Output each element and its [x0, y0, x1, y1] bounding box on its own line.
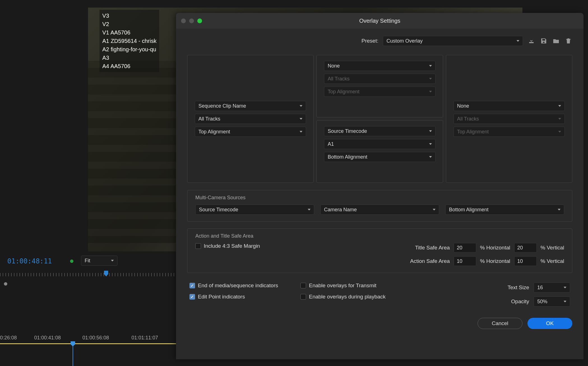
transmit-checkbox-row[interactable]: Enable overlays for Transmit — [300, 282, 386, 289]
tc-tracks-dropdown: All Tracks — [324, 74, 435, 84]
ok-button[interactable]: OK — [527, 318, 572, 329]
pct-v-label-2: % Vertical — [541, 258, 564, 264]
track-a2: A2 fighting-for-you-qu — [102, 45, 156, 54]
pct-h-label-2: % Horizontal — [480, 258, 510, 264]
title-safe-h-input[interactable] — [454, 243, 476, 253]
include-43-label: Include 4:3 Safe Margin — [204, 243, 260, 249]
window-close-button[interactable] — [181, 18, 186, 23]
include-43-checkbox[interactable] — [195, 243, 201, 249]
window-minimize-button[interactable] — [189, 18, 194, 23]
track-info-overlay: V3 V2 V1 AA5706 A1 ZD595614 - chrisk A2 … — [99, 10, 159, 72]
playback-checkbox[interactable] — [300, 294, 306, 300]
bottom-options: End of media/sequence indicators Edit Po… — [187, 280, 572, 309]
tl-align-dropdown[interactable]: Top Alignment — [195, 127, 306, 137]
track-a3: A3 — [102, 54, 156, 62]
playback-checkbox-row[interactable]: Enable overlays during playback — [300, 294, 386, 300]
overlay-top-left: Sequence Clip Name All Tracks Top Alignm… — [187, 55, 314, 183]
multicam-section: Multi-Camera Sources Source Timecode Cam… — [187, 190, 572, 222]
title-safe-v-input[interactable] — [514, 243, 537, 253]
overlay-position-grid: Sequence Clip Name All Tracks Top Alignm… — [187, 55, 572, 183]
overlay-center-column: None All Tracks Top Alignment Source Tim… — [316, 55, 443, 183]
delete-preset-icon[interactable] — [564, 37, 572, 45]
tr-tracks-dropdown: All Tracks — [453, 114, 565, 124]
timeline-playhead-line — [73, 345, 73, 366]
multicam-source-dropdown[interactable]: Source Timecode — [195, 205, 314, 215]
monitor-scrollbar[interactable] — [4, 282, 172, 285]
tr-type-dropdown[interactable]: None — [453, 101, 565, 111]
preset-label: Preset: — [362, 38, 378, 44]
dialog-body: Preset: Custom Overlay Sequence Clip Nam… — [176, 29, 584, 359]
dialog-buttons: Cancel OK — [187, 315, 572, 329]
scrollbar-thumb[interactable] — [4, 282, 7, 286]
overlay-top-center: None All Tracks Top Alignment — [316, 55, 443, 117]
tc-type-dropdown[interactable]: None — [324, 61, 435, 71]
timeline-work-area — [0, 343, 176, 344]
transmit-label: Enable overlays for Transmit — [309, 282, 376, 289]
overlay-bottom-center: Source Timecode A1 Bottom Alignment — [316, 120, 443, 183]
monitor-ruler[interactable] — [0, 272, 176, 280]
bc-align-dropdown[interactable]: Bottom Alignment — [324, 152, 435, 162]
safe-area-section: Action and Title Safe Area Include 4:3 S… — [187, 228, 572, 273]
track-v1: V1 AA5706 — [102, 28, 156, 37]
edit-point-checkbox-row[interactable]: Edit Point indicators — [189, 294, 278, 300]
playback-label: Enable overlays during playback — [309, 294, 386, 300]
bc-tracks-dropdown[interactable]: A1 — [324, 139, 435, 149]
transmit-checkbox[interactable] — [300, 283, 306, 288]
action-safe-h-input[interactable] — [454, 256, 476, 266]
end-media-checkbox[interactable] — [189, 283, 195, 288]
opacity-label: Opacity — [511, 298, 529, 305]
safe-area-title: Action and Title Safe Area — [195, 233, 564, 239]
window-maximize-button[interactable] — [197, 18, 202, 23]
multicam-camera-dropdown[interactable]: Camera Name — [320, 205, 439, 215]
action-safe-label: Action Safe Area — [402, 258, 450, 264]
preset-row: Preset: Custom Overlay — [187, 36, 572, 46]
multicam-title: Multi-Camera Sources — [195, 195, 564, 201]
action-safe-v-input[interactable] — [514, 256, 537, 266]
cancel-button[interactable]: Cancel — [478, 318, 522, 329]
window-controls — [181, 18, 202, 23]
track-v3: V3 — [102, 11, 156, 20]
overlay-top-right: None All Tracks Top Alignment — [446, 55, 572, 183]
timecode-display[interactable]: 01:00:48:11 — [7, 257, 52, 265]
title-safe-label: Title Safe Area — [402, 245, 450, 251]
track-a1: A1 ZD595614 - chrisk — [102, 37, 156, 45]
edit-point-label: Edit Point indicators — [198, 294, 245, 300]
end-media-checkbox-row[interactable]: End of media/sequence indicators — [189, 282, 278, 289]
include-43-checkbox-row[interactable]: Include 4:3 Safe Margin — [195, 243, 260, 249]
pct-v-label-1: % Vertical — [541, 245, 564, 251]
import-preset-icon[interactable] — [527, 37, 535, 45]
tr-align-dropdown: Top Alignment — [453, 127, 565, 137]
preset-dropdown[interactable]: Custom Overlay — [383, 36, 523, 46]
text-size-label: Text Size — [508, 284, 529, 291]
dialog-title: Overlay Settings — [176, 18, 584, 24]
resolution-indicator — [70, 260, 73, 263]
track-v2: V2 — [102, 20, 156, 28]
tl-tracks-dropdown[interactable]: All Tracks — [195, 114, 306, 124]
opacity-dropdown[interactable]: 50% — [534, 296, 570, 307]
bc-type-dropdown[interactable]: Source Timecode — [324, 126, 435, 136]
pct-h-label-1: % Horizontal — [480, 245, 510, 251]
edit-point-checkbox[interactable] — [189, 294, 195, 300]
tc-align-dropdown: Top Alignment — [324, 87, 435, 97]
text-size-dropdown[interactable]: 16 — [534, 282, 570, 293]
new-preset-icon[interactable] — [552, 37, 560, 45]
dialog-titlebar: Overlay Settings — [176, 13, 584, 29]
save-preset-icon[interactable] — [540, 37, 548, 45]
end-media-label: End of media/sequence indicators — [198, 282, 278, 289]
overlay-settings-dialog: Overlay Settings Preset: Custom Overlay — [176, 13, 584, 359]
track-a4: A4 AA5706 — [102, 62, 156, 70]
tl-type-dropdown[interactable]: Sequence Clip Name — [195, 101, 306, 111]
multicam-align-dropdown[interactable]: Bottom Alignment — [445, 205, 564, 215]
zoom-level-dropdown[interactable]: Fit — [81, 256, 117, 266]
